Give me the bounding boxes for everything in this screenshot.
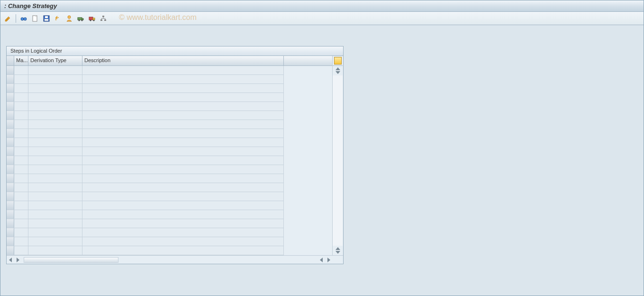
cell-derivation-type[interactable] — [28, 246, 82, 255]
row-selector[interactable] — [7, 165, 14, 174]
cell-ma[interactable] — [14, 165, 28, 174]
scroll-left-button[interactable] — [9, 258, 12, 262]
scroll-up-bottom-button[interactable] — [336, 247, 340, 250]
hierarchy-button[interactable] — [99, 14, 108, 23]
cell-description[interactable] — [82, 111, 284, 120]
cell-ma[interactable] — [14, 183, 28, 192]
row-selector[interactable] — [7, 120, 14, 129]
cell-description[interactable] — [82, 93, 284, 102]
cell-derivation-type[interactable] — [28, 102, 82, 111]
cell-description[interactable] — [82, 201, 284, 210]
table-row[interactable] — [7, 138, 284, 147]
cell-description[interactable] — [82, 66, 284, 74]
cell-description[interactable] — [82, 147, 284, 156]
table-row[interactable] — [7, 237, 284, 246]
table-row[interactable] — [7, 102, 284, 111]
cell-description[interactable] — [82, 192, 284, 201]
cell-derivation-type[interactable] — [28, 120, 82, 129]
row-selector[interactable] — [7, 84, 14, 92]
row-selector[interactable] — [7, 147, 14, 156]
table-row[interactable] — [7, 192, 284, 201]
cell-derivation-type[interactable] — [28, 192, 82, 201]
cell-derivation-type[interactable] — [28, 237, 82, 246]
cell-description[interactable] — [82, 210, 284, 219]
cell-description[interactable] — [82, 138, 284, 147]
cell-derivation-type[interactable] — [28, 138, 82, 147]
scroll-left-end-button[interactable] — [320, 258, 323, 262]
cell-description[interactable] — [82, 174, 284, 183]
col-selector[interactable] — [7, 56, 14, 65]
table-row[interactable] — [7, 129, 284, 138]
cell-description[interactable] — [82, 102, 284, 111]
row-selector[interactable] — [7, 228, 14, 237]
cell-description[interactable] — [82, 84, 284, 92]
row-selector[interactable] — [7, 246, 14, 255]
cell-derivation-type[interactable] — [28, 147, 82, 156]
table-row[interactable] — [7, 183, 284, 192]
cell-ma[interactable] — [14, 138, 28, 147]
table-row[interactable] — [7, 120, 284, 129]
cell-derivation-type[interactable] — [28, 201, 82, 210]
row-selector[interactable] — [7, 156, 14, 165]
cell-description[interactable] — [82, 228, 284, 237]
cell-description[interactable] — [82, 120, 284, 129]
row-selector[interactable] — [7, 174, 14, 183]
row-selector[interactable] — [7, 192, 14, 201]
table-row[interactable] — [7, 165, 284, 174]
cell-description[interactable] — [82, 75, 284, 83]
cell-ma[interactable] — [14, 219, 28, 228]
table-row[interactable] — [7, 246, 284, 255]
cell-ma[interactable] — [14, 246, 28, 255]
cell-ma[interactable] — [14, 147, 28, 156]
table-row[interactable] — [7, 147, 284, 156]
row-selector[interactable] — [7, 183, 14, 192]
create-button[interactable] — [30, 14, 40, 23]
cell-derivation-type[interactable] — [28, 84, 82, 92]
cell-derivation-type[interactable] — [28, 165, 82, 174]
scroll-right-button-a[interactable] — [17, 258, 19, 262]
cell-ma[interactable] — [14, 237, 28, 246]
cell-ma[interactable] — [14, 66, 28, 74]
cell-derivation-type[interactable] — [28, 66, 82, 74]
scroll-down-bottom-button[interactable] — [336, 251, 340, 254]
cell-description[interactable] — [82, 156, 284, 165]
cell-ma[interactable] — [14, 129, 28, 138]
cell-derivation-type[interactable] — [28, 93, 82, 102]
table-row[interactable] — [7, 228, 284, 237]
cell-description[interactable] — [82, 246, 284, 255]
scroll-right-button[interactable] — [327, 258, 330, 262]
row-selector[interactable] — [7, 237, 14, 246]
v-scroll-track[interactable] — [333, 75, 343, 246]
row-selector[interactable] — [7, 219, 14, 228]
cell-ma[interactable] — [14, 192, 28, 201]
col-description[interactable]: Description — [82, 56, 284, 65]
table-row[interactable] — [7, 219, 284, 228]
table-row[interactable] — [7, 66, 284, 75]
cell-ma[interactable] — [14, 102, 28, 111]
edit-button[interactable] — [3, 14, 13, 23]
cell-ma[interactable] — [14, 120, 28, 129]
cell-ma[interactable] — [14, 156, 28, 165]
row-selector[interactable] — [7, 75, 14, 83]
cell-ma[interactable] — [14, 201, 28, 210]
row-selector[interactable] — [7, 102, 14, 111]
table-row[interactable] — [7, 174, 284, 183]
cell-ma[interactable] — [14, 210, 28, 219]
scroll-up-button[interactable] — [336, 67, 340, 70]
cell-derivation-type[interactable] — [28, 219, 82, 228]
cell-description[interactable] — [82, 129, 284, 138]
cell-description[interactable] — [82, 219, 284, 228]
table-row[interactable] — [7, 201, 284, 210]
cell-derivation-type[interactable] — [28, 174, 82, 183]
h-scroll-thumb[interactable] — [24, 258, 118, 262]
cell-description[interactable] — [82, 183, 284, 192]
table-row[interactable] — [7, 210, 284, 219]
display-button[interactable] — [19, 14, 28, 23]
cell-description[interactable] — [82, 165, 284, 174]
cell-derivation-type[interactable] — [28, 111, 82, 120]
cell-description[interactable] — [82, 237, 284, 246]
transport-a-button[interactable] — [76, 14, 85, 23]
scroll-down-button[interactable] — [336, 71, 340, 74]
cell-derivation-type[interactable] — [28, 183, 82, 192]
col-derivation-type[interactable]: Derivation Type — [28, 56, 82, 65]
